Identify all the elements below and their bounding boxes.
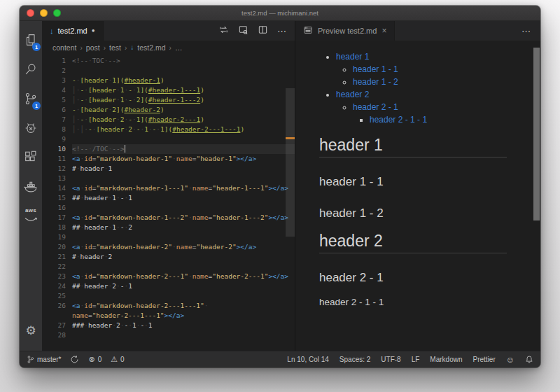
line-text: #·header·1 xyxy=(72,164,295,174)
breadcrumb-item-test2md[interactable]: test2.md xyxy=(137,43,165,52)
zoom-window-button[interactable] xyxy=(53,9,61,17)
breadcrumb-item-test[interactable]: test xyxy=(109,43,121,52)
code-line-25[interactable]: 25 xyxy=(42,291,295,301)
preview-scrollbar[interactable] xyxy=(533,48,540,220)
line-number: 5 xyxy=(42,95,72,105)
code-line-16[interactable]: 16 xyxy=(42,203,295,213)
debug-icon[interactable] xyxy=(20,113,42,143)
editor-more-actions-icon[interactable]: ⋯ xyxy=(277,26,287,36)
line-number: 15 xyxy=(42,193,72,203)
code-line-26[interactable]: 26<a·id="markdown-header-2---1---1"· xyxy=(42,301,295,311)
line-text xyxy=(72,232,295,242)
code-line-2[interactable]: 2 xyxy=(42,66,295,76)
line-number: 2 xyxy=(42,66,72,76)
code-line-19[interactable]: 19 xyxy=(42,232,295,242)
git-branch-status[interactable]: master* xyxy=(27,355,61,364)
open-preview-side-icon[interactable] xyxy=(238,24,248,38)
toc-item: header 2 - 1 - 1 xyxy=(370,115,507,125)
tab-test2md[interactable]: ↓ test2.md ● xyxy=(42,21,104,41)
window-title: test2.md — michimani.net xyxy=(20,9,540,17)
eol-status[interactable]: LF xyxy=(412,356,420,363)
line-number: 10 xyxy=(42,144,72,154)
minimize-window-button[interactable] xyxy=(40,9,48,17)
split-editor-icon[interactable] xyxy=(258,24,268,38)
code-line-21[interactable]: 21#·header·2 xyxy=(42,252,295,262)
warnings-status[interactable]: ⚠ 0 xyxy=(111,356,124,363)
open-changes-icon[interactable] xyxy=(218,24,229,38)
editor-scrollbar[interactable] xyxy=(286,88,295,237)
toc-link[interactable]: header 1 - 2 xyxy=(353,77,398,87)
tab-preview-test2md[interactable]: Preview test2.md × xyxy=(295,21,395,41)
breadcrumb-separator: › xyxy=(104,44,106,52)
breadcrumb-separator: › xyxy=(80,44,82,52)
line-text: ##·header·1·-·1 xyxy=(72,193,295,203)
line-text: #·header·2 xyxy=(72,252,295,262)
code-line-12[interactable]: 12#·header·1 xyxy=(42,164,295,174)
notifications-bell-icon[interactable] xyxy=(525,355,533,364)
toc-link[interactable]: header 1 xyxy=(336,52,369,62)
toc-item: header 1 - 1 xyxy=(353,64,507,74)
code-line-28[interactable]: 28 xyxy=(42,330,295,340)
formatter-status[interactable]: Prettier xyxy=(473,356,496,363)
code-line-1[interactable]: 1<!--·TOC·--> xyxy=(42,56,295,66)
code-line-10[interactable]: 10<!--·/TOC·--> xyxy=(42,144,295,154)
breadcrumb-item-content[interactable]: content xyxy=(52,43,76,52)
line-text: name="header-2---1---1"></a> xyxy=(72,311,295,321)
code-line-8[interactable]: 8│·│·-·[header·2·-·1·-·1](#header-2---1-… xyxy=(42,125,295,134)
indentation-status[interactable]: Spaces: 2 xyxy=(340,356,370,363)
line-text: <a·id="markdown-header-1"·name="header-1… xyxy=(72,154,295,164)
search-icon[interactable] xyxy=(20,55,42,84)
preview-heading-h1: header 2 xyxy=(319,232,507,253)
code-line-13[interactable]: 13 xyxy=(42,174,295,183)
code-line-14[interactable]: 14<a·id="markdown-header-1---1"·name="he… xyxy=(42,183,295,193)
code-line-6[interactable]: 6-·[header·2](#header-2) xyxy=(42,105,295,115)
errors-status[interactable]: ⊗ 0 xyxy=(88,356,102,363)
code-line-27[interactable]: 27###·header·2·-·1·-·1 xyxy=(42,321,295,330)
preview-heading-h3: header 2 - 1 - 1 xyxy=(319,297,507,307)
feedback-smiley-icon[interactable]: ☺ xyxy=(506,356,514,364)
toc-link[interactable]: header 2 xyxy=(336,90,369,99)
code-line-22[interactable]: 22 xyxy=(42,262,295,272)
code-line-9[interactable]: 9 xyxy=(42,134,295,144)
cursor-position-status[interactable]: Ln 10, Col 14 xyxy=(287,356,329,363)
toc-link[interactable]: header 2 - 1 xyxy=(353,102,398,112)
line-text xyxy=(72,291,295,301)
line-number: 22 xyxy=(42,262,72,272)
markdown-preview-content: header 1header 1 - 1header 1 - 2header 2… xyxy=(295,41,540,351)
code-line-20[interactable]: 20<a·id="markdown-header-2"·name="header… xyxy=(42,242,295,252)
line-text: <a·id="markdown-header-1---1"·name="head… xyxy=(72,183,295,193)
sync-changes-icon[interactable] xyxy=(70,355,79,364)
toc-link[interactable]: header 2 - 1 - 1 xyxy=(370,115,427,125)
code-line-5[interactable]: 5│·-·[header·1·-·2](#header-1---2) xyxy=(42,95,295,105)
code-line-wrap[interactable]: name="header-2---1---1"></a> xyxy=(42,311,295,321)
code-line-11[interactable]: 11<a·id="markdown-header-1"·name="header… xyxy=(42,154,295,164)
close-preview-tab-icon[interactable]: × xyxy=(382,26,386,36)
source-control-icon[interactable]: 1 xyxy=(20,84,42,113)
code-line-18[interactable]: 18##·header·1·-·2 xyxy=(42,223,295,232)
title-bar: test2.md — michimani.net xyxy=(20,6,540,21)
code-line-7[interactable]: 7│·-·[header·2·-·1](#header-2---1) xyxy=(42,115,295,125)
code-line-15[interactable]: 15##·header·1·-·1 xyxy=(42,193,295,203)
line-text xyxy=(72,262,295,272)
close-window-button[interactable] xyxy=(27,9,34,17)
code-line-4[interactable]: 4│·-·[header·1·-·1](#header-1---1) xyxy=(42,85,295,95)
breadcrumb-separator: › xyxy=(169,44,172,52)
toc-link[interactable]: header 1 - 1 xyxy=(353,64,398,74)
breadcrumb-item-post[interactable]: post xyxy=(86,43,100,52)
code-line-24[interactable]: 24##·header·2·-·1 xyxy=(42,281,295,291)
aws-icon[interactable]: aws xyxy=(20,202,42,231)
settings-gear-icon[interactable]: ⚙ xyxy=(20,316,42,345)
preview-more-actions-icon[interactable]: ⋯ xyxy=(522,26,540,36)
explorer-icon[interactable]: 1 xyxy=(20,25,42,55)
code-line-3[interactable]: 3-·[header·1](#header-1) xyxy=(42,76,295,85)
language-mode-status[interactable]: Markdown xyxy=(430,356,462,363)
breadcrumb-item-[interactable]: … xyxy=(175,43,183,52)
code-line-17[interactable]: 17<a·id="markdown-header-1---2"·name="he… xyxy=(42,213,295,223)
encoding-status[interactable]: UTF-8 xyxy=(381,356,400,363)
preview-heading-h2: header 1 - 1 xyxy=(319,175,507,189)
extensions-icon[interactable] xyxy=(20,143,42,172)
docker-icon[interactable] xyxy=(20,172,42,202)
line-text xyxy=(72,203,295,213)
code-line-23[interactable]: 23<a·id="markdown-header-2---1"·name="he… xyxy=(42,272,295,281)
code-editor[interactable]: 1<!--·TOC·-->23-·[header·1](#header-1)4│… xyxy=(42,55,295,351)
